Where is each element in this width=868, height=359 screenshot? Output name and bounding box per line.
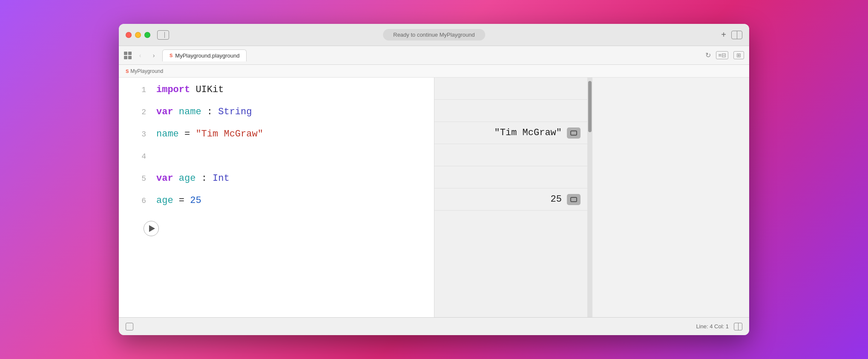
- split-left: [734, 323, 738, 330]
- eye-icon-6: [570, 197, 577, 202]
- keyword-var-2: var: [156, 107, 173, 117]
- code-editor[interactable]: 1 import UIKit 2 var name : String 3: [119, 78, 434, 317]
- add-button[interactable]: +: [721, 30, 726, 40]
- grid-cell-1: [124, 52, 127, 55]
- code-line-4: 4: [119, 151, 434, 173]
- main-window: Ready to continue MyPlayground + ‹ › S M…: [119, 24, 749, 335]
- var-ref-age: age: [156, 195, 173, 206]
- toolbar: ‹ › S MyPlayground.playground ↻ ≡⊟ ⊞: [119, 46, 749, 65]
- keyword-import: import: [156, 84, 190, 95]
- refresh-icon[interactable]: ↻: [705, 51, 711, 59]
- statusbar-split-button[interactable]: [734, 323, 742, 330]
- code-line-6: 6 age = 25: [119, 195, 434, 217]
- result-row-5: [434, 166, 587, 188]
- result-row-3: "Tim McGraw": [434, 122, 587, 144]
- status-text: Ready to continue MyPlayground: [393, 32, 475, 38]
- breadcrumb-label: MyPlayground: [130, 68, 163, 74]
- module-uikit: UIKit: [195, 84, 224, 95]
- forward-button[interactable]: ›: [149, 50, 159, 61]
- colon-5: :: [201, 173, 213, 184]
- play-button[interactable]: [144, 221, 159, 236]
- code-content-1: import UIKit: [156, 84, 427, 95]
- line-number-6: 6: [126, 197, 146, 205]
- result-row-4: [434, 144, 587, 166]
- tab-label: MyPlayground.playground: [175, 52, 239, 59]
- var-name-age: age: [179, 173, 196, 184]
- result-value-6: 25: [551, 194, 562, 205]
- grid-cell-3: [124, 56, 127, 59]
- string-tim-mcgraw: "Tim McGraw": [195, 129, 263, 139]
- statusbar-left: [126, 323, 133, 330]
- grid-icon[interactable]: [124, 52, 132, 59]
- code-line-2: 2 var name : String: [119, 107, 434, 129]
- playground-tab[interactable]: S MyPlayground.playground: [162, 49, 247, 61]
- type-int: Int: [213, 173, 230, 184]
- line-number-5: 5: [126, 174, 146, 183]
- line-number-3: 3: [126, 130, 146, 139]
- equals-6: =: [179, 195, 190, 206]
- play-icon: [149, 225, 155, 232]
- inspector-icon[interactable]: ⊞: [733, 51, 744, 59]
- breadcrumb-swift-icon: S: [126, 69, 129, 74]
- results-panel: "Tim McGraw" 25: [434, 78, 587, 317]
- traffic-lights: [126, 32, 150, 38]
- code-content-3: name = "Tim McGraw": [156, 129, 427, 139]
- statusbar-right: Line: 4 Col: 1: [696, 323, 742, 330]
- sidebar-toggle-button[interactable]: [157, 30, 169, 40]
- result-row-2: [434, 100, 587, 122]
- eye-icon-3: [570, 130, 577, 136]
- split-btn-left: [732, 31, 737, 39]
- back-button[interactable]: ‹: [135, 50, 145, 61]
- titlebar-center: Ready to continue MyPlayground: [383, 29, 485, 41]
- statusbar-checkbox[interactable]: [126, 323, 133, 330]
- sidebar-toggle-icon: [161, 32, 165, 38]
- status-pill: Ready to continue MyPlayground: [383, 29, 485, 41]
- number-25: 25: [190, 195, 201, 206]
- result-row-6: 25: [434, 188, 587, 211]
- split-view-toggle[interactable]: [731, 31, 742, 39]
- titlebar: Ready to continue MyPlayground +: [119, 24, 749, 46]
- code-line-5: 5 var age : Int: [119, 173, 434, 195]
- type-string: String: [218, 107, 252, 117]
- keyword-var-5: var: [156, 173, 173, 184]
- swift-icon: S: [170, 53, 172, 58]
- split-right: [738, 323, 742, 330]
- breadcrumb-bar: S MyPlayground: [119, 65, 749, 78]
- code-line-3: 3 name = "Tim McGraw": [119, 129, 434, 151]
- split-btn-right: [737, 31, 742, 39]
- code-content-2: var name : String: [156, 107, 427, 117]
- code-content-5: var age : Int: [156, 173, 427, 184]
- var-ref-name: name: [156, 129, 179, 139]
- line-number-1: 1: [126, 86, 146, 94]
- code-line-1: 1 import UIKit: [119, 84, 434, 107]
- result-eye-button-6[interactable]: [567, 194, 581, 205]
- minimize-button[interactable]: [135, 32, 141, 38]
- code-content-6: age = 25: [156, 195, 427, 206]
- maximize-button[interactable]: [144, 32, 150, 38]
- toolbar-right: ↻ ≡⊟ ⊞: [705, 51, 744, 59]
- equals-3: =: [184, 129, 195, 139]
- scrollbar[interactable]: [587, 78, 592, 317]
- line-col-indicator: Line: 4 Col: 1: [696, 323, 729, 330]
- statusbar: Line: 4 Col: 1: [119, 317, 749, 335]
- grid-cell-2: [128, 52, 132, 55]
- line-number-2: 2: [126, 108, 146, 116]
- colon-2: :: [207, 107, 218, 117]
- result-row-1: [434, 78, 587, 100]
- breadcrumb: S MyPlayground: [126, 68, 163, 74]
- line-number-4: 4: [126, 152, 146, 161]
- editor-container: 1 import UIKit 2 var name : String 3: [119, 78, 749, 317]
- results-empty-space: [434, 211, 587, 317]
- code-content-4: [156, 151, 427, 162]
- results-with-scroll: "Tim McGraw" 25: [434, 78, 749, 317]
- var-name-name: name: [179, 107, 201, 117]
- grid-cell-4: [128, 56, 132, 59]
- close-button[interactable]: [126, 32, 132, 38]
- result-eye-button-3[interactable]: [567, 127, 581, 139]
- result-value-3: "Tim McGraw": [494, 127, 562, 138]
- titlebar-right: +: [721, 30, 742, 40]
- scrollbar-thumb[interactable]: [588, 81, 592, 132]
- editor-split-icon[interactable]: ≡⊟: [716, 51, 728, 59]
